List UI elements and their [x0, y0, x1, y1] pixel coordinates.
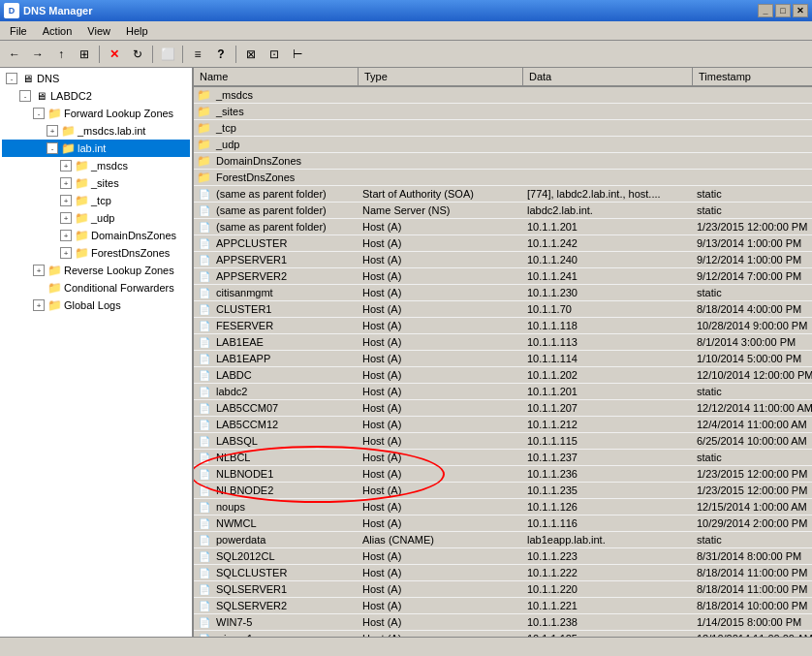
list-row[interactable]: 📄 LAB1EAPP Host (A) 10.1.1.114 1/10/2014… — [194, 351, 812, 367]
extra-btn3[interactable]: ⊢ — [287, 44, 308, 65]
list-cell-timestamp: static — [693, 285, 812, 300]
col-header-type[interactable]: Type — [359, 68, 523, 85]
list-row[interactable]: 📄 SQLCLUSTER Host (A) 10.1.1.222 8/18/20… — [194, 565, 812, 581]
list-row[interactable]: 📄 NLBNODE1 Host (A) 10.1.1.236 1/23/2015… — [194, 466, 812, 483]
list-row[interactable]: 📄 SQLSERVER1 Host (A) 10.1.1.220 8/18/20… — [194, 581, 812, 598]
tree-expander[interactable]: + — [60, 195, 72, 206]
help-button[interactable]: ? — [210, 44, 232, 65]
list-cell-timestamp: 1/10/2014 5:00:00 PM — [693, 351, 812, 366]
tree-item-forest-dns-zones[interactable]: + 📁 ForestDnsZones — [2, 244, 190, 262]
list-row[interactable]: 📄 labdc2 Host (A) 10.1.1.201 static — [194, 384, 812, 400]
list-row[interactable]: 📄 LAB5CCM12 Host (A) 10.1.1.212 12/4/201… — [194, 417, 812, 433]
tree-expander[interactable]: + — [60, 247, 72, 259]
tree-item-domain-dns-zones[interactable]: + 📁 DomainDnsZones — [2, 227, 190, 244]
list-cell-timestamp: 10/29/2014 2:00:00 PM — [693, 515, 812, 531]
list-row[interactable]: 📄 APPCLUSTER Host (A) 10.1.1.242 9/13/20… — [194, 235, 812, 252]
col-header-timestamp[interactable]: Timestamp — [693, 68, 812, 85]
list-row[interactable]: 📄 noups Host (A) 10.1.1.126 12/15/2014 1… — [194, 499, 812, 515]
list-row[interactable]: 📄 (same as parent folder) Host (A) 10.1.… — [194, 219, 812, 235]
record-icon: 📁 — [198, 121, 213, 135]
list-row[interactable]: 📄 LABDC Host (A) 10.1.1.202 12/10/2014 1… — [194, 367, 812, 384]
list-scroll-container[interactable]: 📁 _msdcs 📁 _sites 📁 _tcp 📁 _udp 📁 — [194, 87, 812, 637]
list-row[interactable]: 📄 winxp-1 Host (A) 10.1.1.125 12/10/2014… — [194, 631, 812, 637]
list-cell-type — [359, 153, 523, 169]
tree-item-conditional-forwarders[interactable]: 📁 Conditional Forwarders — [2, 279, 190, 297]
record-icon: 📄 — [198, 599, 213, 612]
tree-expander[interactable]: + — [60, 230, 72, 241]
tree-expander[interactable]: + — [60, 212, 72, 224]
list-row[interactable]: 📁 _msdcs — [194, 87, 812, 104]
tree-item-labdc2[interactable]: - 🖥 LABDC2 — [2, 87, 190, 105]
toolbar-separator-4 — [235, 46, 236, 63]
list-row[interactable]: 📄 APPSERVER1 Host (A) 10.1.1.240 9/12/20… — [194, 252, 812, 268]
col-header-data[interactable]: Data — [523, 68, 693, 85]
forward-button[interactable]: → — [27, 44, 48, 65]
list-row[interactable]: 📄 citisanmgmt Host (A) 10.1.1.230 static — [194, 285, 812, 301]
window-controls[interactable]: _ □ ✕ — [758, 4, 808, 17]
maximize-button[interactable]: □ — [775, 4, 791, 17]
tree-item-reverse-lookup[interactable]: + 📁 Reverse Lookup Zones — [2, 262, 190, 279]
tree-item-sites[interactable]: + 📁 _sites — [2, 174, 190, 192]
tree-item-msdcs[interactable]: + 📁 _msdcs — [2, 157, 190, 174]
list-row[interactable]: 📄 LAB1EAE Host (A) 10.1.1.113 8/1/2014 3… — [194, 334, 812, 351]
extra-btn1[interactable]: ⊠ — [240, 44, 262, 65]
delete-button[interactable]: ✕ — [104, 44, 125, 65]
list-row[interactable]: 📄 NLBCL Host (A) 10.1.1.237 static — [194, 450, 812, 466]
col-header-name[interactable]: Name — [194, 68, 359, 85]
tree-expander[interactable]: - — [33, 108, 45, 119]
list-row[interactable]: 📁 ForestDnsZones — [194, 170, 812, 186]
tree-label: DNS — [37, 73, 59, 84]
record-icon: 📄 — [198, 632, 213, 637]
tree-label: Global Logs — [64, 299, 121, 311]
list-row[interactable]: 📄 powerdata Alias (CNAME) lab1eapp.lab.i… — [194, 532, 812, 548]
list-row[interactable]: 📄 WIN7-5 Host (A) 10.1.1.238 1/14/2015 8… — [194, 614, 812, 631]
tree-item-udp[interactable]: + 📁 _udp — [2, 209, 190, 227]
back-button[interactable]: ← — [4, 44, 25, 65]
tree-expander[interactable]: + — [60, 177, 72, 189]
tree-expander[interactable]: - — [19, 90, 31, 102]
tree-item-dns-root[interactable]: - 🖥 DNS — [2, 70, 190, 87]
list-row[interactable]: 📁 _udp — [194, 137, 812, 153]
tree-expander[interactable]: + — [33, 265, 45, 276]
tree-item-msdcs-lab-int[interactable]: + 📁 _msdcs.lab.int — [2, 122, 190, 140]
list-row[interactable]: 📁 _tcp — [194, 120, 812, 137]
extra-btn2[interactable]: ⊡ — [264, 44, 285, 65]
tree-label: LABDC2 — [50, 90, 92, 102]
cell-name-text: citisanmgmt — [216, 287, 273, 298]
minimize-button[interactable]: _ — [758, 4, 773, 17]
properties-button[interactable]: ≡ — [187, 44, 208, 65]
menu-help[interactable]: Help — [118, 21, 156, 40]
list-row[interactable]: 📄 FESERVER Host (A) 10.1.1.118 10/28/201… — [194, 318, 812, 334]
tree-expander[interactable]: + — [47, 125, 58, 137]
list-row[interactable]: 📄 (same as parent folder) Start of Autho… — [194, 186, 812, 203]
show-tree-button[interactable]: ⊞ — [74, 44, 95, 65]
list-row[interactable]: 📄 SQLSERVER2 Host (A) 10.1.1.221 8/18/20… — [194, 598, 812, 614]
tree-item-global-logs[interactable]: + 📁 Global Logs — [2, 297, 190, 314]
list-row[interactable]: 📁 DomainDnsZones — [194, 153, 812, 170]
list-row[interactable]: 📄 SQL2012CL Host (A) 10.1.1.223 8/31/201… — [194, 548, 812, 565]
list-row[interactable]: 📁 _sites — [194, 104, 812, 120]
close-button[interactable]: ✕ — [793, 4, 808, 17]
export-button[interactable]: ⬜ — [157, 44, 178, 65]
menu-view[interactable]: View — [79, 21, 118, 40]
list-row[interactable]: 📄 CLUSTER1 Host (A) 10.1.1.70 8/18/2014 … — [194, 301, 812, 318]
tree-expander[interactable]: + — [33, 299, 45, 311]
list-row[interactable]: 📄 NWMCL Host (A) 10.1.1.116 10/29/2014 2… — [194, 515, 812, 532]
cell-name-text: _udp — [216, 139, 239, 150]
menu-file[interactable]: File — [2, 21, 35, 40]
list-row[interactable]: 📄 APPSERVER2 Host (A) 10.1.1.241 9/12/20… — [194, 268, 812, 285]
tree-expander[interactable]: + — [60, 160, 72, 172]
tree-item-tcp[interactable]: + 📁 _tcp — [2, 192, 190, 209]
tree-panel[interactable]: - 🖥 DNS - 🖥 LABDC2 - 📁 Forward Lookup Zo… — [0, 68, 194, 637]
up-button[interactable]: ↑ — [50, 44, 72, 65]
list-row[interactable]: 📄 NLBNODE2 Host (A) 10.1.1.235 1/23/2015… — [194, 483, 812, 499]
menu-action[interactable]: Action — [35, 21, 80, 40]
list-row[interactable]: 📄 (same as parent folder) Name Server (N… — [194, 203, 812, 219]
list-row[interactable]: 📄 LAB5CCM07 Host (A) 10.1.1.207 12/12/20… — [194, 400, 812, 417]
tree-expander[interactable]: - — [6, 73, 17, 84]
list-row[interactable]: 📄 LABSQL Host (A) 10.1.1.115 6/25/2014 1… — [194, 433, 812, 450]
tree-item-lab-int[interactable]: - 📁 lab.int — [2, 140, 190, 157]
refresh-button[interactable]: ↻ — [127, 44, 148, 65]
tree-expander[interactable]: - — [47, 142, 58, 154]
tree-item-forward-lookup[interactable]: - 📁 Forward Lookup Zones — [2, 105, 190, 122]
